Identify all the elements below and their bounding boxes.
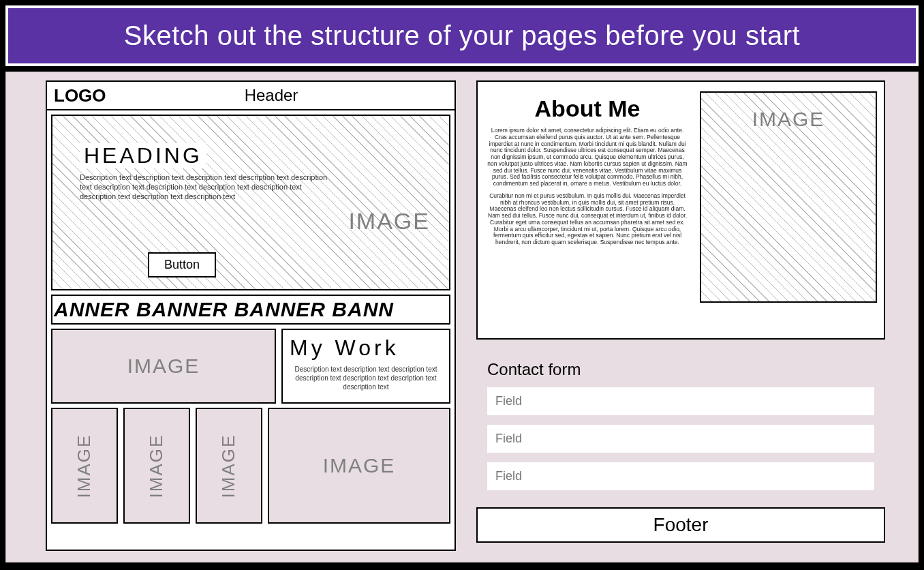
thumbnail-1: IMAGE (51, 408, 118, 524)
contact-field-2[interactable] (487, 425, 874, 453)
logo-placeholder: LOGO (47, 85, 156, 106)
about-title: About Me (484, 95, 690, 122)
header-row: LOGO Header (47, 82, 455, 110)
hero-section: HEADING Description text description tex… (51, 115, 450, 290)
contact-field-1[interactable] (487, 387, 874, 415)
wireframe-right: About Me Lorem ipsum dolor sit amet, con… (476, 80, 885, 543)
contact-field-3[interactable] (487, 462, 874, 490)
my-work-title: My Work (290, 335, 442, 361)
about-text: About Me Lorem ipsum dolor sit amet, con… (484, 89, 690, 331)
work-row: IMAGE My Work Description text descripti… (51, 329, 450, 404)
about-image-placeholder: IMAGE (700, 91, 877, 303)
hero-description: Description text description text descri… (80, 173, 332, 201)
thumb-label: IMAGE (218, 434, 239, 498)
thumb-label: IMAGE (74, 434, 95, 498)
hero-heading: HEADING (80, 143, 206, 168)
my-work-block: My Work Description text description tex… (281, 329, 450, 404)
work-image-placeholder: IMAGE (51, 329, 276, 404)
about-image-label: IMAGE (701, 108, 876, 131)
thumbnail-3: IMAGE (196, 408, 262, 524)
about-paragraph-2: Curabitur non mi et purus vestibulum. In… (484, 193, 690, 246)
hero-image-label: IMAGE (348, 208, 430, 235)
thumbnails-row: IMAGE IMAGE IMAGE IMAGE (51, 408, 450, 524)
banner-strip: ANNER BANNER BANNER BANN (51, 295, 450, 325)
contact-form-card: Contact form (476, 350, 885, 500)
contact-form-title: Contact form (487, 360, 874, 379)
header-label: Header (156, 86, 455, 105)
thumbnail-large: IMAGE (268, 408, 450, 524)
footer-placeholder: Footer (476, 507, 885, 543)
wireframe-left: LOGO Header HEADING Description text des… (46, 80, 456, 551)
thumb-label: IMAGE (146, 434, 167, 498)
thumbnail-2: IMAGE (123, 408, 190, 524)
my-work-description: Description text description text descri… (290, 365, 442, 391)
hero-button[interactable]: Button (148, 252, 216, 278)
about-card: About Me Lorem ipsum dolor sit amet, con… (476, 80, 885, 340)
wireframe-stage: LOGO Header HEADING Description text des… (5, 72, 919, 562)
slide-title: Sketch out the structure of your pages b… (5, 5, 919, 66)
about-paragraph-1: Lorem ipsum dolor sit amet, consectetur … (484, 127, 690, 188)
